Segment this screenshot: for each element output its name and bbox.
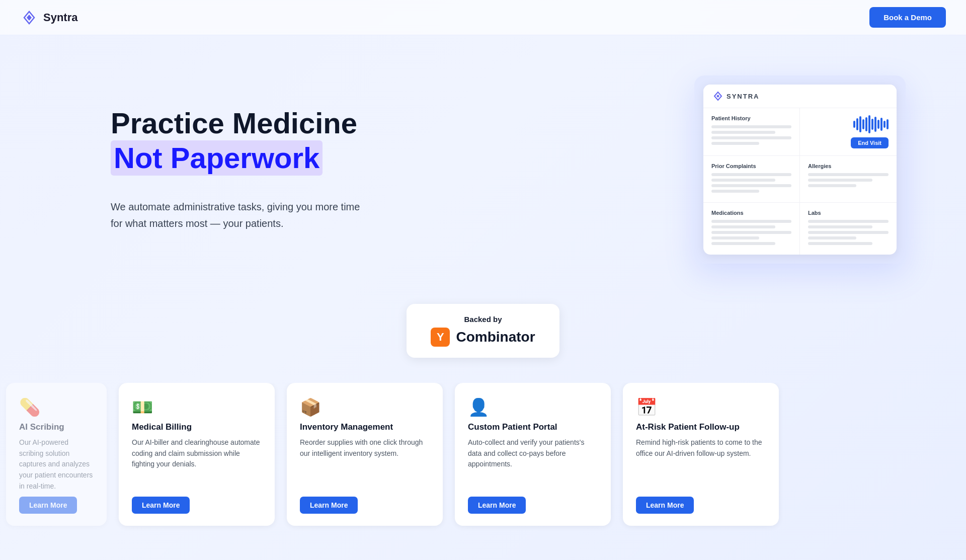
ui-line <box>711 190 759 193</box>
ui-line <box>711 231 791 234</box>
ui-medications: Medications <box>703 203 800 255</box>
ui-line <box>808 173 889 176</box>
feature-desc-4: Remind high-risk patients to come to the… <box>636 437 766 492</box>
ui-patient-history: Patient History <box>703 108 800 156</box>
ui-prior-complaints: Prior Complaints <box>703 156 800 203</box>
ui-section-patient-history-title: Patient History <box>711 115 791 121</box>
learn-more-button-2[interactable]: Learn More <box>300 497 358 514</box>
yc-logo: Y <box>431 328 450 347</box>
ui-line <box>711 142 759 145</box>
waveform-bar <box>883 121 886 128</box>
learn-more-button-1[interactable]: Learn More <box>132 497 190 514</box>
waveform-bar <box>859 116 861 132</box>
feature-title-2: Inventory Management <box>300 422 430 432</box>
ui-card-logo: SYNTRA <box>712 91 759 102</box>
ui-card-body: Patient History <box>703 108 897 255</box>
feature-desc-1: Our AI-biller and clearinghouse automate… <box>132 437 262 492</box>
ui-labs: Labs <box>800 203 897 255</box>
ui-line <box>711 173 791 176</box>
features-container: 💊AI ScribingOur AI-powered scribing solu… <box>0 383 966 546</box>
ui-line <box>808 179 872 182</box>
ui-line <box>711 220 791 223</box>
feature-icon-3: 👤 <box>468 397 598 417</box>
feature-desc-2: Reorder supplies with one click through … <box>300 437 430 492</box>
ui-labs-title: Labs <box>808 210 889 216</box>
feature-title-3: Custom Patient Portal <box>468 422 598 432</box>
waveform-bar <box>874 117 876 132</box>
feature-card-2: 📦Inventory ManagementReorder supplies wi… <box>287 383 443 526</box>
waveform-bar <box>868 115 870 133</box>
waveform-bar <box>856 118 858 130</box>
end-visit-button[interactable]: End Visit <box>851 137 889 148</box>
ui-allergies-title: Allergies <box>808 163 889 169</box>
hero-title-top: Practice Medicine <box>111 107 413 139</box>
ui-line <box>808 184 856 187</box>
feature-title-0: AI Scribing <box>19 422 94 432</box>
logo: Syntra <box>20 9 77 27</box>
ui-card-wrapper: SYNTRA Patient History <box>694 75 906 264</box>
ui-allergies: Allergies <box>800 156 897 203</box>
feature-desc-0: Our AI-powered scribing solution capture… <box>19 437 94 492</box>
ui-line <box>711 125 791 128</box>
ui-medications-title: Medications <box>711 210 791 216</box>
ui-line <box>711 184 791 187</box>
waveform-bar <box>865 117 867 131</box>
waveform-bar <box>877 120 879 129</box>
hero-section: Practice Medicine Not Paperwork We autom… <box>0 35 966 294</box>
learn-more-button-4[interactable]: Learn More <box>636 497 694 514</box>
ui-line <box>808 231 889 234</box>
ui-line <box>808 242 872 245</box>
footer: Reach out to the founders: founders@synt… <box>0 546 966 560</box>
hero-ui-preview: SYNTRA Patient History <box>694 75 906 264</box>
ui-prior-complaints-title: Prior Complaints <box>711 163 791 169</box>
feature-title-4: At-Risk Patient Follow-up <box>636 422 766 432</box>
ui-line <box>808 225 872 228</box>
ui-waveform-section: End Visit <box>800 108 897 156</box>
footer-contact: Reach out to the founders: founders@synt… <box>0 558 966 560</box>
backed-by-section: Backed by Y Combinator <box>0 294 966 383</box>
feature-card-3: 👤Custom Patient PortalAuto-collect and v… <box>455 383 611 526</box>
ui-line <box>711 131 775 134</box>
logo-icon <box>20 9 38 27</box>
ui-card-header: SYNTRA <box>703 85 897 108</box>
ui-line <box>711 136 791 139</box>
ui-card: SYNTRA Patient History <box>703 85 897 255</box>
hero-description: We automate administrative tasks, giving… <box>111 199 372 232</box>
book-demo-button[interactable]: Book a Demo <box>869 7 946 28</box>
backed-by-label: Backed by <box>464 315 502 324</box>
waveform-bar <box>871 119 873 130</box>
feature-icon-4: 📅 <box>636 397 766 417</box>
ui-card-logo-icon <box>712 91 723 102</box>
yc-row: Y Combinator <box>431 328 535 347</box>
feature-icon-2: 📦 <box>300 397 430 417</box>
ui-line <box>711 225 775 228</box>
ui-card-logo-text: SYNTRA <box>727 93 759 100</box>
feature-card-1: 💵Medical BillingOur AI-biller and cleari… <box>119 383 275 526</box>
learn-more-button-0[interactable]: Learn More <box>19 497 77 514</box>
feature-card-0: 💊AI ScribingOur AI-powered scribing solu… <box>6 383 107 526</box>
learn-more-button-3[interactable]: Learn More <box>468 497 526 514</box>
logo-text: Syntra <box>43 11 77 24</box>
feature-title-1: Medical Billing <box>132 422 262 432</box>
waveform <box>853 115 889 133</box>
hero-title-highlight: Not Paperwork <box>111 140 323 176</box>
ui-line <box>808 236 856 239</box>
feature-desc-3: Auto-collect and verify your patients's … <box>468 437 598 492</box>
feature-icon-0: 💊 <box>19 397 94 417</box>
feature-card-4: 📅At-Risk Patient Follow-upRemind high-ri… <box>623 383 779 526</box>
ui-line <box>808 220 889 223</box>
yc-name: Combinator <box>456 329 535 345</box>
ui-line <box>711 236 759 239</box>
ui-line <box>711 242 775 245</box>
waveform-bar <box>862 119 864 129</box>
features-row: 💊AI ScribingOur AI-powered scribing solu… <box>0 383 966 526</box>
waveform-bar <box>880 118 882 131</box>
waveform-bar <box>853 121 855 128</box>
waveform-bar <box>887 119 889 129</box>
ui-line <box>711 179 775 182</box>
backed-by-card: Backed by Y Combinator <box>407 304 559 358</box>
feature-icon-1: 💵 <box>132 397 262 417</box>
hero-text: Practice Medicine Not Paperwork We autom… <box>111 107 413 231</box>
